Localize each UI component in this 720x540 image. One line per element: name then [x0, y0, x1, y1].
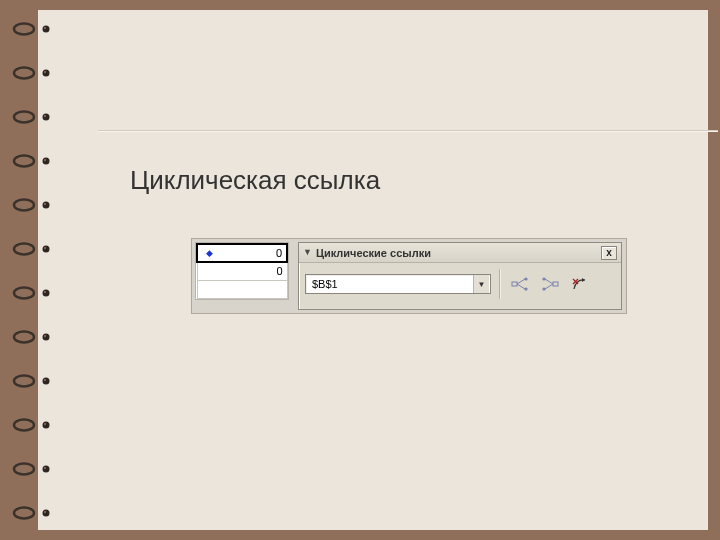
svg-point-14 — [43, 26, 50, 33]
svg-point-33 — [44, 291, 46, 293]
binding-ring — [12, 22, 54, 36]
combo-value: $B$1 — [306, 278, 473, 290]
toolbar-title: Циклические ссылки — [316, 247, 597, 259]
svg-point-3 — [524, 277, 527, 280]
svg-marker-10 — [582, 278, 585, 282]
cell-reference-combo[interactable]: $B$1 ▼ — [305, 274, 491, 294]
cell-b3[interactable] — [197, 280, 287, 298]
svg-point-35 — [43, 334, 50, 341]
circular-marker-icon: ◆ — [206, 249, 213, 258]
cell-b1[interactable]: ◆ 0 — [197, 244, 287, 262]
svg-point-28 — [14, 244, 34, 255]
trace-dependents-icon — [511, 276, 529, 292]
binding-ring — [12, 418, 54, 432]
svg-point-27 — [44, 203, 46, 205]
cell-value: 0 — [276, 265, 282, 277]
svg-point-31 — [14, 288, 34, 299]
svg-point-23 — [43, 158, 50, 165]
svg-point-18 — [44, 71, 46, 73]
binding-ring — [12, 506, 54, 520]
close-button[interactable]: x — [601, 246, 617, 260]
circular-references-toolbar: ▼ Циклические ссылки x $B$1 ▼ — [298, 242, 622, 310]
binding-ring — [12, 330, 54, 344]
trace-precedents-icon — [541, 276, 559, 292]
svg-point-46 — [14, 508, 34, 519]
slide-title: Циклическая ссылка — [130, 165, 380, 196]
toolbar-menu-dropdown-icon[interactable]: ▼ — [303, 248, 312, 257]
svg-point-45 — [44, 467, 46, 469]
binding-ring — [12, 242, 54, 256]
svg-point-16 — [14, 68, 34, 79]
svg-point-19 — [14, 112, 34, 123]
slide-paper: Циклическая ссылка ◆ 0 0 ▼ Циклические с… — [38, 10, 708, 530]
svg-line-7 — [545, 279, 553, 284]
svg-point-24 — [44, 159, 46, 161]
svg-point-20 — [43, 114, 50, 121]
svg-point-32 — [43, 290, 50, 297]
trace-dependents-button[interactable] — [509, 273, 531, 295]
remove-arrows-button[interactable] — [569, 273, 591, 295]
chevron-down-icon[interactable]: ▼ — [473, 275, 489, 293]
svg-point-43 — [14, 464, 34, 475]
svg-point-37 — [14, 376, 34, 387]
svg-point-15 — [44, 27, 46, 29]
binding-ring — [12, 198, 54, 212]
toolbar-separator — [499, 269, 501, 299]
binding-ring — [12, 286, 54, 300]
svg-point-44 — [43, 466, 50, 473]
spiral-binding — [12, 22, 54, 520]
toolbar-header[interactable]: ▼ Циклические ссылки x — [299, 243, 621, 263]
svg-point-36 — [44, 335, 46, 337]
cell-b2[interactable]: 0 — [197, 262, 287, 280]
screenshot-composite: ◆ 0 0 ▼ Циклические ссылки x — [191, 238, 627, 314]
close-icon: x — [606, 247, 612, 258]
binding-ring — [12, 462, 54, 476]
svg-point-21 — [44, 115, 46, 117]
svg-point-26 — [43, 202, 50, 209]
svg-point-17 — [43, 70, 50, 77]
svg-point-13 — [14, 24, 34, 35]
cell-value: 0 — [276, 247, 282, 259]
svg-line-8 — [545, 284, 553, 289]
svg-point-25 — [14, 200, 34, 211]
svg-point-40 — [14, 420, 34, 431]
svg-point-42 — [44, 423, 46, 425]
svg-point-30 — [44, 247, 46, 249]
binding-ring — [12, 110, 54, 124]
svg-point-4 — [524, 287, 527, 290]
svg-rect-9 — [553, 282, 558, 286]
svg-point-39 — [44, 379, 46, 381]
svg-line-1 — [517, 279, 525, 284]
svg-point-34 — [14, 332, 34, 343]
toolbar-row: $B$1 ▼ — [299, 263, 621, 305]
trace-precedents-button[interactable] — [539, 273, 561, 295]
svg-point-48 — [44, 511, 46, 513]
svg-point-38 — [43, 378, 50, 385]
title-divider — [98, 130, 718, 132]
binding-ring — [12, 66, 54, 80]
remove-arrows-icon — [571, 276, 589, 292]
svg-point-41 — [43, 422, 50, 429]
svg-point-47 — [43, 510, 50, 517]
binding-ring — [12, 154, 54, 168]
binding-ring — [12, 374, 54, 388]
spreadsheet-cells-fragment: ◆ 0 0 — [195, 242, 289, 300]
svg-line-2 — [517, 284, 525, 289]
cells-table: ◆ 0 0 — [196, 243, 288, 299]
svg-rect-0 — [512, 282, 517, 286]
svg-point-29 — [43, 246, 50, 253]
svg-point-22 — [14, 156, 34, 167]
